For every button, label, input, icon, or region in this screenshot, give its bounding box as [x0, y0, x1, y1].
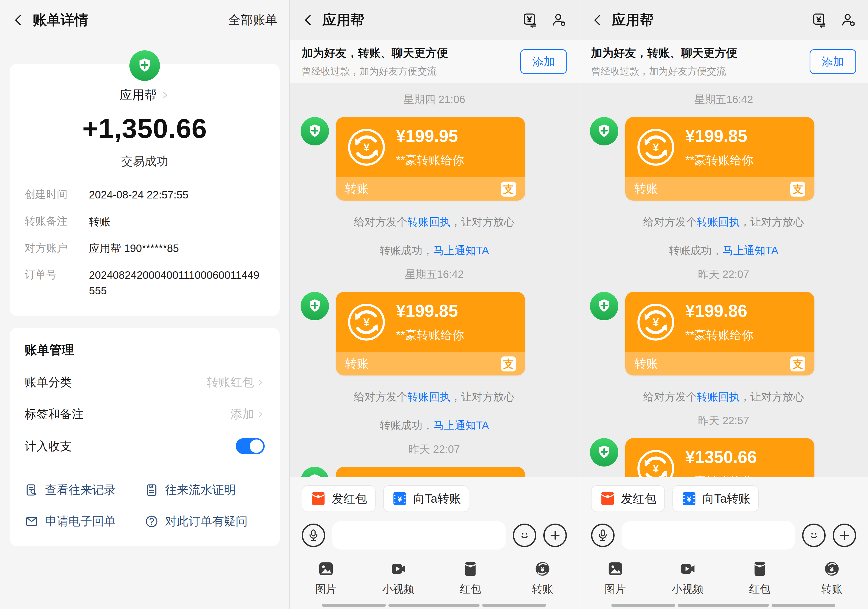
all-bills-link[interactable]: 全部账单 — [228, 12, 277, 28]
transfer-card[interactable]: ¥¥199.85**豪转账给你转账支 — [336, 292, 525, 375]
toolbar-item-红包[interactable]: 红包 — [724, 560, 796, 597]
chat-toolbar: 图片小视频红包¥转账 — [579, 560, 868, 597]
merchant-name: 应用帮 — [120, 87, 157, 103]
svg-text:¥: ¥ — [653, 462, 659, 474]
redpacket-icon — [751, 560, 768, 577]
doc-cert-icon — [145, 483, 159, 497]
merchant-link[interactable]: 应用帮 — [120, 87, 170, 103]
toolbar-item-转账[interactable]: ¥转账 — [507, 560, 579, 597]
chat-timestamp: 昨天 22:07 — [579, 267, 868, 282]
transfer-to-button[interactable]: ¥ 向Ta转账 — [673, 485, 759, 512]
back-icon[interactable] — [591, 13, 605, 27]
message-input[interactable] — [332, 521, 506, 550]
receipt-hint: 给对方发个转账回执，让对方放心 — [290, 214, 579, 229]
toolbar-item-转账[interactable]: ¥转账 — [796, 560, 868, 597]
bill-header: 账单详情 全部账单 — [0, 0, 289, 40]
transfer-note: **豪转账给你 — [685, 152, 753, 168]
divider — [25, 469, 265, 469]
manage-label: 标签和备注 — [25, 406, 230, 422]
sender-avatar[interactable] — [301, 117, 329, 146]
stitched-screenshots: 账单详情 全部账单 应用帮 +1,350.66 交易成功 创建时间2024-08… — [0, 0, 868, 609]
chat-timestamp: 星期四 21:06 — [290, 92, 579, 107]
transaction-records-icon[interactable] — [522, 12, 538, 28]
toolbar-item-小视频[interactable]: 小视频 — [362, 560, 434, 597]
manage-row-计入收支[interactable]: 计入收支 — [25, 438, 265, 454]
toolbar-item-图片[interactable]: 图片 — [290, 560, 362, 597]
chat-toolbar: 图片小视频红包¥转账 — [290, 560, 579, 597]
add-friend-banner: 加为好友，转账、聊天更方便 曾经收过款，加为好友方便交流 添加 — [579, 40, 868, 83]
svg-text:¥: ¥ — [830, 566, 834, 573]
svg-text:¥: ¥ — [653, 316, 659, 329]
chat-timestamp: 昨天 22:07 — [290, 442, 579, 457]
voice-icon[interactable] — [591, 524, 615, 547]
emoji-icon[interactable] — [513, 524, 536, 547]
transfer-card[interactable]: ¥¥199.85**豪转账给你转账支 — [625, 117, 814, 201]
transfer-blue-icon: ¥ — [392, 491, 408, 507]
contact-profile-icon[interactable] — [840, 12, 856, 28]
bill-link-申请电子回单[interactable]: 申请电子回单 — [25, 513, 145, 529]
notify-link[interactable]: 马上通知TA — [722, 245, 778, 256]
receipt-link[interactable]: 转账回执 — [697, 391, 740, 403]
bill-link-对此订单有疑问[interactable]: 对此订单有疑问 — [145, 513, 265, 529]
bill-link-查看往来记录[interactable]: 查看往来记录 — [25, 482, 145, 498]
bill-info-row: 转账备注转账 — [25, 214, 265, 229]
manage-row-账单分类[interactable]: 账单分类转账红包 — [25, 374, 265, 390]
sender-avatar[interactable] — [590, 117, 618, 146]
plus-icon[interactable] — [832, 524, 856, 547]
transfer-ring-icon: ¥ — [347, 302, 386, 342]
transfer-blue-icon: ¥ — [681, 491, 697, 507]
toggle-on[interactable] — [236, 438, 265, 454]
emoji-icon[interactable] — [802, 524, 826, 547]
mail-icon — [25, 514, 39, 528]
chat-timestamp: 昨天 22:57 — [579, 413, 868, 428]
toolbar-item-图片[interactable]: 图片 — [579, 560, 651, 597]
manage-label: 计入收支 — [25, 439, 236, 454]
message-input[interactable] — [622, 521, 795, 550]
image-icon — [318, 560, 335, 577]
transfer-to-button[interactable]: ¥ 向Ta转账 — [383, 485, 470, 512]
transfer-card-footer: 转账支 — [336, 352, 525, 375]
receipt-link[interactable]: 转账回执 — [408, 216, 450, 228]
bill-link-往来流水证明[interactable]: 往来流水证明 — [145, 482, 265, 498]
sender-avatar[interactable] — [301, 292, 329, 320]
bill-info-row: 对方账户应用帮 190******85 — [25, 240, 265, 256]
transfer-card[interactable]: ¥¥199.95**豪转账给你转账支 — [336, 117, 525, 201]
page-title: 账单详情 — [33, 11, 88, 29]
notify-link[interactable]: 马上通知TA — [433, 245, 489, 256]
nav-hint-bars — [579, 604, 868, 607]
input-row — [579, 521, 868, 550]
back-icon[interactable] — [12, 13, 26, 27]
banner-title: 加为好友，转账、聊天更方便 — [302, 45, 520, 60]
add-friend-button[interactable]: 添加 — [810, 49, 856, 74]
transfer-card[interactable]: ¥¥199.86**豪转账给你转账支 — [625, 292, 814, 375]
back-icon[interactable] — [302, 13, 316, 27]
sender-avatar[interactable] — [590, 438, 618, 466]
receipt-link[interactable]: 转账回执 — [408, 391, 450, 403]
bill-summary-card: 应用帮 +1,350.66 交易成功 创建时间2024-08-24 22:57:… — [10, 64, 280, 316]
banner-title: 加为好友，转账、聊天更方便 — [591, 45, 810, 60]
info-label: 创建时间 — [25, 187, 89, 203]
plus-icon[interactable] — [543, 524, 567, 547]
voice-icon[interactable] — [302, 524, 325, 547]
chat-title: 应用帮 — [612, 11, 654, 29]
manage-row-标签和备注[interactable]: 标签和备注添加 — [25, 406, 265, 422]
sender-avatar[interactable] — [590, 292, 618, 320]
svg-text:¥: ¥ — [363, 316, 369, 329]
info-value: 20240824200040011100060011449555 — [89, 267, 265, 298]
add-friend-button[interactable]: 添加 — [520, 49, 567, 74]
transfer-card-footer: 转账支 — [625, 352, 814, 375]
chat-screen-2: 应用帮 加为好友，转账、聊天更方便 曾经收过款，加为好友方便交流 添加 星期五1… — [579, 0, 868, 609]
redpacket-icon — [600, 491, 615, 507]
question-icon — [145, 514, 159, 528]
transaction-records-icon[interactable] — [812, 12, 828, 28]
chat-screen-1: 应用帮 加为好友，转账、聊天更方便 曾经收过款，加为好友方便交流 添加 星期四 … — [289, 0, 579, 609]
notify-link[interactable]: 马上通知TA — [433, 419, 489, 431]
send-redpacket-button[interactable]: 发红包 — [302, 485, 376, 512]
info-label: 转账备注 — [25, 214, 89, 229]
receipt-link[interactable]: 转账回执 — [697, 216, 740, 228]
toolbar-item-红包[interactable]: 红包 — [434, 560, 507, 597]
transfer-footer-label: 转账 — [634, 181, 790, 197]
send-redpacket-button[interactable]: 发红包 — [591, 485, 665, 512]
toolbar-item-小视频[interactable]: 小视频 — [651, 560, 724, 597]
contact-profile-icon[interactable] — [551, 12, 567, 28]
